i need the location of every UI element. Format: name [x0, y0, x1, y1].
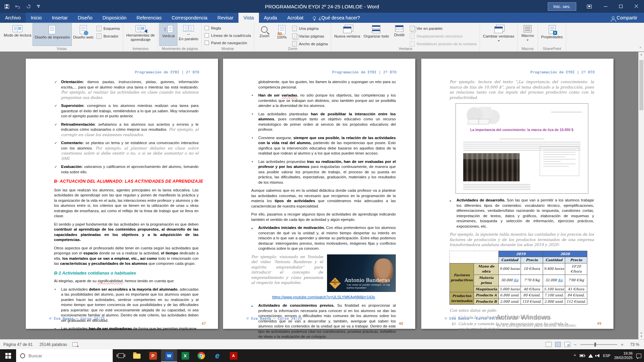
properties-button[interactable]: S Propiedades	[539, 23, 565, 46]
multiple-pages-button[interactable]: Varias páginas	[292, 34, 328, 39]
acrobat-taskbar-button[interactable]: A	[225, 349, 241, 362]
vertical-button[interactable]: ↕ Vertical	[160, 23, 177, 46]
sign-in-button[interactable]: Inic. ses.	[548, 2, 576, 11]
action-center-icon[interactable]	[636, 354, 641, 358]
windows-taskbar: P W X e A ^ ESP 19:36 28/02/2025	[0, 349, 644, 362]
acrobat-icon: A	[230, 352, 237, 360]
tab-disposicion[interactable]: Disposición	[97, 13, 131, 23]
word-taskbar-button[interactable]: W	[161, 349, 177, 362]
tab-correspondencia[interactable]: Correspondencia	[167, 13, 213, 23]
macros-button[interactable]: Macros	[519, 23, 536, 46]
kg-link[interactable]: Kg	[514, 278, 519, 282]
share-button[interactable]: Compartir	[612, 13, 644, 23]
embedded-article-image[interactable]: La importancia del conocimiento: la marc…	[455, 103, 588, 194]
redo-icon[interactable]	[26, 4, 31, 9]
tab-acrobat[interactable]: Acrobat	[282, 13, 308, 23]
vertical-scrollbar[interactable]: ▲ ▲▼	[638, 52, 644, 339]
book-illustration	[467, 119, 490, 124]
page-49[interactable]: Programación de EYDI | 2º BTO Por ejempl…	[421, 59, 613, 329]
zoom-100-button[interactable]: 100 100%	[273, 23, 290, 46]
zoom-slider-thumb[interactable]	[594, 343, 596, 347]
side-to-side-button[interactable]: ↔ En paralelo	[177, 23, 200, 46]
minimize-icon	[604, 6, 607, 7]
draft-view-button[interactable]: Borrador	[97, 34, 120, 39]
year-header: 2019	[499, 251, 543, 257]
save-icon[interactable]	[5, 4, 9, 9]
word-count-indicator[interactable]: 25146 palabras	[36, 342, 70, 347]
tell-me-box[interactable]: ¿Qué desea hacer?	[308, 13, 365, 23]
excel-taskbar-button[interactable]: X	[177, 349, 193, 362]
language-indicator[interactable]: ESP	[603, 354, 610, 358]
navigation-pane-checkbox[interactable]: Panel de navegación	[205, 41, 251, 45]
page-47[interactable]: Programación de EYDI | 2º BTO ✓ Orientac…	[26, 59, 218, 329]
zoom-slider[interactable]	[580, 344, 617, 345]
page-footer: © Eva Baena – Curso 24/25	[445, 316, 500, 321]
customize-qat-icon[interactable]	[37, 5, 40, 8]
tab-diseno[interactable]: Diseño	[73, 13, 98, 23]
read-mode-view-icon[interactable]	[546, 342, 551, 347]
outline-view-button[interactable]: Esquema	[97, 26, 120, 31]
arrange-all-button[interactable]: Organizar todo	[362, 23, 391, 46]
maximize-button[interactable]	[613, 0, 629, 13]
print-layout-view-icon[interactable]	[555, 342, 561, 347]
tab-vista[interactable]: Vista	[238, 13, 259, 23]
tab-referencias[interactable]: Referencias	[131, 13, 167, 23]
tab-ayuda[interactable]: Ayuda	[259, 13, 282, 23]
tab-inicio[interactable]: Inicio	[26, 13, 47, 23]
zoom-out-icon[interactable]: −	[574, 342, 577, 347]
learning-tools-button[interactable]: Herramientas de aprendizaje	[124, 23, 157, 46]
youtube-video-thumbnail[interactable]: EL HORMIGUERO 3.0 Antonio Banderas “Las …	[327, 254, 396, 292]
page-count-indicator[interactable]: Página 47 de 81	[0, 342, 36, 347]
check-bullet-icon: ✓	[54, 140, 57, 146]
ribbon-display-options-button[interactable]	[582, 0, 598, 13]
row-group-header: Factores productivos	[450, 263, 474, 292]
close-button[interactable]	[629, 0, 644, 13]
zoom-percentage[interactable]: 73 %	[627, 342, 639, 347]
zoom-in-icon[interactable]: +	[621, 342, 624, 347]
one-page-button[interactable]: Una página	[292, 26, 328, 31]
file-explorer-icon	[133, 354, 141, 359]
scroll-up-icon[interactable]: ▲	[639, 53, 644, 56]
split-button[interactable]: Dividir	[391, 23, 408, 46]
page-48[interactable]: Programación de EYDI | 2º BTO globalment…	[223, 59, 415, 329]
web-layout-button[interactable]: Diseño web	[71, 23, 95, 46]
view-side-by-side-button[interactable]: Ver en paralelo	[410, 26, 477, 31]
print-layout-button[interactable]: Diseño de impresión	[33, 23, 71, 46]
tray-expand-icon[interactable]: ^	[574, 354, 576, 358]
wifi-icon[interactable]	[588, 354, 593, 358]
scrollbar-thumb[interactable]	[639, 60, 643, 110]
minimize-button[interactable]	[598, 0, 613, 13]
excel-icon: X	[181, 352, 189, 360]
taskbar-search-box[interactable]	[16, 349, 113, 362]
column-header: Precio	[565, 257, 587, 263]
edge-icon: e	[215, 352, 220, 360]
page-navigation-buttons[interactable]: ▲▼	[639, 331, 644, 338]
edge-taskbar-button[interactable]: e	[209, 349, 225, 362]
powerpoint-taskbar-button[interactable]: P	[145, 349, 161, 362]
search-input[interactable]	[29, 353, 92, 358]
tab-archivo[interactable]: Archivo	[0, 13, 26, 23]
new-window-button[interactable]: Nueva ventana	[332, 23, 362, 46]
undo-icon[interactable]	[15, 4, 20, 9]
web-layout-view-icon[interactable]	[565, 342, 570, 347]
kg-link[interactable]: Kg	[558, 278, 563, 282]
file-explorer-taskbar-button[interactable]	[129, 349, 145, 362]
tab-revisar[interactable]: Revisar	[212, 13, 238, 23]
page-width-button[interactable]: Ancho de página	[292, 41, 328, 47]
tab-insertar[interactable]: Insertar	[47, 13, 72, 23]
youtube-link[interactable]: https://www.youtube.com/watch?v=ULSLYMKA…	[272, 295, 375, 299]
chrome-taskbar-button[interactable]	[193, 349, 209, 362]
volume-icon[interactable]	[597, 354, 599, 357]
group-inmersivo: Herramientas de aprendizaje Inmersivo	[123, 23, 158, 51]
start-button[interactable]	[0, 349, 16, 362]
collapse-ribbon-icon[interactable]: ^	[640, 46, 641, 50]
gridlines-checkbox[interactable]: Líneas de la cuadrícula	[205, 33, 251, 38]
clock[interactable]: 19:36 28/02/2025	[614, 351, 633, 360]
read-mode-button[interactable]: Modo de lectura	[2, 23, 33, 46]
zoom-button[interactable]: Zoom	[256, 23, 273, 46]
battery-icon[interactable]	[580, 354, 585, 357]
proofing-errors-icon[interactable]	[72, 342, 77, 347]
ruler-checkbox[interactable]: Regla	[205, 26, 251, 30]
switch-windows-button[interactable]: Cambiar ventanas	[481, 23, 516, 46]
task-view-button[interactable]	[113, 349, 129, 362]
